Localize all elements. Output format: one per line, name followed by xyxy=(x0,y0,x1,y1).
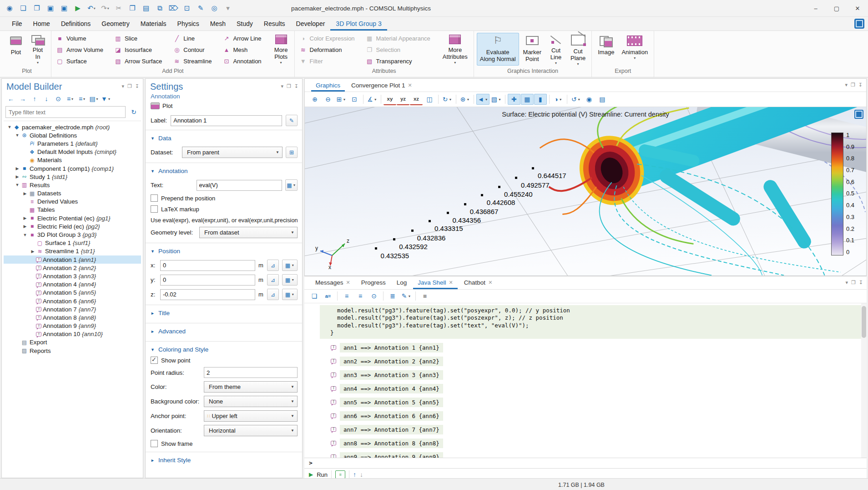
color-dropdown[interactable]: From theme▼ xyxy=(204,381,298,393)
move-up-icon[interactable]: ↑ xyxy=(29,94,40,104)
isosurface-button[interactable]: ◪Isosurface xyxy=(112,44,164,56)
section-annotation-header[interactable]: ▼Annotation xyxy=(151,166,298,176)
surface-button[interactable]: ▢Surface xyxy=(54,56,105,67)
history-previous-icon[interactable]: ↑ xyxy=(353,471,356,478)
annotation-button[interactable]: ⊡Annotation xyxy=(221,56,263,67)
ribbon-tab-3d-plot-group-3[interactable]: 3D Plot Group 3 xyxy=(330,17,387,31)
filter-icon[interactable]: ▼▾ xyxy=(100,94,111,104)
plot-button[interactable]: Plot xyxy=(146,100,302,110)
scroll-to-top-icon[interactable]: ≡ xyxy=(340,291,353,301)
run-icon[interactable]: ▶ xyxy=(72,2,84,14)
axes-toggle-icon[interactable]: ✚ xyxy=(508,94,520,105)
screenshot-icon[interactable]: ◉ xyxy=(583,94,595,105)
go-to-view-icon[interactable]: ∡▼ xyxy=(366,94,378,105)
arrow-volume-button[interactable]: ▤Arrow Volume xyxy=(54,44,105,56)
show-output-icon[interactable]: ⊙ xyxy=(368,291,380,301)
close-tab-icon[interactable]: ✕ xyxy=(488,280,492,286)
tree-node-annotation-7[interactable]: Annotation 7{ann7} xyxy=(4,305,141,313)
show-icon[interactable]: ⊙ xyxy=(53,94,64,104)
appearance-icon[interactable]: ◑▼ xyxy=(552,94,565,105)
panel-float-icon[interactable]: ❐ xyxy=(851,82,855,88)
tree-node-annotation-8[interactable]: Annotation 8{ann8} xyxy=(4,313,141,322)
show-point-checkbox[interactable]: Show point xyxy=(151,357,298,364)
tree-node-study-1[interactable]: ▶∾Study 1{std1} xyxy=(4,173,141,181)
tree-node-annotation-4[interactable]: Annotation 4{ann4} xyxy=(4,281,141,289)
tree-node-annotation-6[interactable]: Annotation 6{ann6} xyxy=(4,297,141,305)
y-input[interactable] xyxy=(160,275,255,286)
paste-icon[interactable]: ▤ xyxy=(140,2,152,14)
delete-icon[interactable]: ⌦ xyxy=(167,2,179,14)
scroll-to-bottom-icon[interactable]: ≡ xyxy=(354,291,367,301)
orientation-dropdown[interactable]: Horizontal▼ xyxy=(204,425,298,436)
qat-options-icon[interactable]: ▾ xyxy=(222,2,234,14)
range-icon[interactable]: ⊿ xyxy=(267,289,279,300)
tree-filter-input[interactable] xyxy=(5,106,126,118)
range-icon[interactable]: ⊿ xyxy=(267,260,279,271)
panel-float-icon[interactable]: ❐ xyxy=(287,83,291,89)
ribbon-tab-mesh[interactable]: Mesh xyxy=(205,17,231,31)
move-down-icon[interactable]: ↓ xyxy=(41,94,52,104)
run-button[interactable]: Run xyxy=(317,471,328,478)
section-inherit-style-header[interactable]: ►Inherit Style xyxy=(151,455,298,465)
select-region-icon[interactable]: ⊡ xyxy=(181,2,193,14)
latex-markup-checkbox[interactable]: LaTeX markup xyxy=(151,205,298,213)
ribbon-tab-results[interactable]: Results xyxy=(258,17,291,31)
tree-node-tables[interactable]: ▦Tables xyxy=(4,206,141,214)
section-position-header[interactable]: ▼Position xyxy=(151,246,298,256)
expression-menu-icon[interactable]: ▦▼ xyxy=(282,260,298,271)
section-data-header[interactable]: ▼Data xyxy=(151,133,298,143)
tree-node-electric-field-ec-[interactable]: ▶■Electric Field (ec){pg2} xyxy=(4,222,141,230)
history-next-icon[interactable]: ↓ xyxy=(360,471,363,478)
tree-node-parameters-1[interactable]: PiParameters 1{default} xyxy=(4,139,141,148)
close-tab-icon[interactable]: ✕ xyxy=(408,82,412,88)
expander-icon[interactable]: ▶ xyxy=(14,166,20,171)
graphics-canvas[interactable]: Surface: Electric potential (V) Streamli… xyxy=(305,107,866,276)
volume-button[interactable]: ■Volume xyxy=(54,33,105,44)
view-xy-icon[interactable]: xy xyxy=(384,93,396,105)
expression-menu-icon[interactable]: ▦▼ xyxy=(282,274,298,286)
zoom-in-icon[interactable]: ⊕ xyxy=(308,94,321,105)
expander-icon[interactable]: ▶ xyxy=(22,191,28,196)
streamline-button[interactable]: ≋Streamline xyxy=(171,56,213,67)
plot-button[interactable]: Plot xyxy=(5,33,26,66)
collapse-all-icon[interactable]: ≡▾ xyxy=(65,94,76,104)
point-radius-input[interactable] xyxy=(204,367,298,378)
panel-menu-icon[interactable]: ▾ xyxy=(281,83,283,89)
plot-dataset-icon[interactable]: ⊞ xyxy=(286,147,298,158)
range-icon[interactable]: ⊿ xyxy=(267,274,279,286)
x-input[interactable] xyxy=(160,260,255,271)
expander-icon[interactable]: ▶ xyxy=(30,249,36,254)
section-coloring-header[interactable]: ▼Coloring and Style xyxy=(151,344,298,355)
expander-icon[interactable]: ▼ xyxy=(14,183,20,187)
plot-in-button[interactable]: Plot In▾ xyxy=(27,33,48,66)
tree-node-3d-plot-group-3[interactable]: ▼■3D Plot Group 3{pg3} xyxy=(4,230,141,239)
line-button[interactable]: ╱Line xyxy=(171,33,213,44)
panel-pin-icon[interactable]: ↧ xyxy=(859,280,863,286)
background-color-dropdown[interactable]: None▼ xyxy=(204,396,298,407)
image-button[interactable]: Image xyxy=(595,33,617,66)
evaluate-along-normal-button[interactable]: ⚐Evaluate Along Normal xyxy=(477,33,519,66)
show-frame-checkbox[interactable]: Show frame xyxy=(151,440,298,447)
expression-menu-icon[interactable]: ▦▼ xyxy=(282,289,298,300)
insert-expression-icon[interactable]: ❏ xyxy=(308,291,321,301)
preview-icon[interactable]: ◎ xyxy=(208,2,220,14)
deformation-button[interactable]: ≋Deformation xyxy=(298,44,357,56)
tree-node-annotation-3[interactable]: Annotation 3{ann3} xyxy=(4,272,141,280)
expression-menu-icon[interactable]: ▦▼ xyxy=(285,179,298,191)
scene-icon[interactable]: ⊛▼ xyxy=(459,94,471,105)
rename-icon[interactable]: ✎ xyxy=(286,115,298,126)
clear-console-icon[interactable]: ✎▼ xyxy=(400,291,413,301)
duplicate-icon[interactable]: ⧉ xyxy=(154,2,166,14)
ribbon-tab-developer[interactable]: Developer xyxy=(291,17,331,31)
refresh-icon[interactable]: ↻ xyxy=(128,107,139,117)
marker-point-button[interactable]: Marker Point xyxy=(520,33,545,66)
tree-node-derived-values[interactable]: ≡Derived Values xyxy=(4,198,141,206)
tree-node-streamline-1[interactable]: ▶≋Streamline 1{str1} xyxy=(4,247,141,255)
perspective-icon[interactable]: ◫ xyxy=(423,94,436,105)
grid-toggle-icon[interactable]: ▦ xyxy=(521,94,534,105)
zoom-out-icon[interactable]: ⊖ xyxy=(322,94,334,105)
ribbon-tab-home[interactable]: Home xyxy=(28,17,56,31)
panel-float-icon[interactable]: ❐ xyxy=(851,280,856,286)
tree-node-datasets[interactable]: ▶▦Datasets xyxy=(4,189,141,198)
panel-pin-icon[interactable]: ↧ xyxy=(135,83,139,89)
